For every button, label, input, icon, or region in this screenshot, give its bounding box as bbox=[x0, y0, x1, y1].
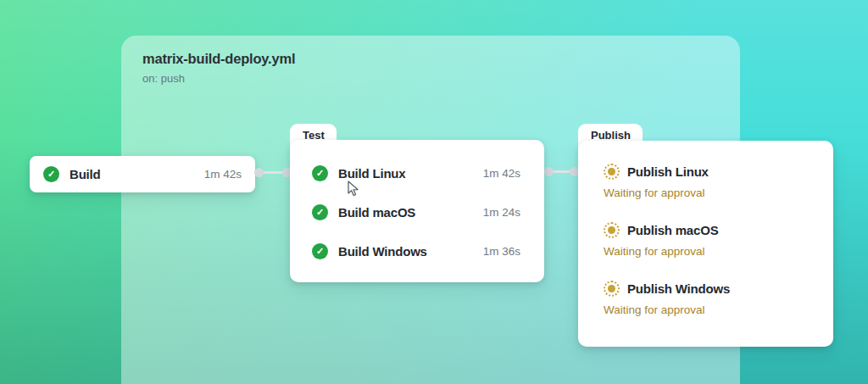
waiting-circle-icon bbox=[604, 281, 620, 297]
workflow-trigger: on: push bbox=[142, 72, 295, 85]
job-label: Build Linux bbox=[338, 166, 405, 181]
job-status-text: Waiting for approval bbox=[604, 303, 810, 316]
job-status-text: Waiting for approval bbox=[604, 245, 810, 258]
job-item-publish-windows[interactable]: Publish Windows Waiting for approval bbox=[604, 278, 810, 316]
job-duration: 1m 36s bbox=[483, 245, 520, 258]
job-item-publish-linux[interactable]: Publish Linux Waiting for approval bbox=[604, 161, 810, 199]
job-label: Publish macOS bbox=[627, 223, 718, 237]
job-label: Build macOS bbox=[338, 205, 415, 220]
check-circle-icon: ✓ bbox=[43, 166, 59, 182]
check-circle-icon: ✓ bbox=[312, 243, 328, 259]
workflow-header: matrix-build-deploy.yml on: push bbox=[142, 51, 295, 85]
waiting-circle-icon bbox=[604, 222, 620, 238]
job-card-build[interactable]: ✓ Build 1m 42s bbox=[30, 156, 255, 192]
job-label: Build Windows bbox=[338, 244, 427, 259]
job-label: Publish Linux bbox=[627, 164, 709, 179]
job-label: Build bbox=[70, 167, 101, 181]
check-circle-icon: ✓ bbox=[312, 165, 328, 181]
workflow-title: matrix-build-deploy.yml bbox=[142, 51, 295, 67]
job-duration: 1m 42s bbox=[483, 167, 520, 180]
job-status-text: Waiting for approval bbox=[604, 186, 810, 199]
job-row-build-macos[interactable]: ✓ Build macOS 1m 24s bbox=[290, 192, 544, 231]
job-group-publish: Publish Linux Waiting for approval Publi… bbox=[578, 141, 833, 347]
job-item-publish-macos[interactable]: Publish macOS Waiting for approval bbox=[604, 220, 810, 258]
job-label: Publish Windows bbox=[627, 281, 730, 296]
job-row-build-linux[interactable]: ✓ Build Linux 1m 42s bbox=[290, 153, 544, 192]
check-circle-icon: ✓ bbox=[312, 204, 328, 220]
job-row-build-windows[interactable]: ✓ Build Windows 1m 36s bbox=[290, 231, 544, 270]
mouse-cursor-icon bbox=[348, 181, 359, 198]
job-group-test: ✓ Build Linux 1m 42s ✓ Build macOS 1m 24… bbox=[290, 140, 544, 282]
connector-dot bbox=[544, 167, 554, 176]
waiting-circle-icon bbox=[604, 164, 620, 180]
job-duration: 1m 42s bbox=[204, 168, 242, 181]
connector-dot bbox=[254, 168, 264, 177]
job-duration: 1m 24s bbox=[483, 206, 520, 219]
